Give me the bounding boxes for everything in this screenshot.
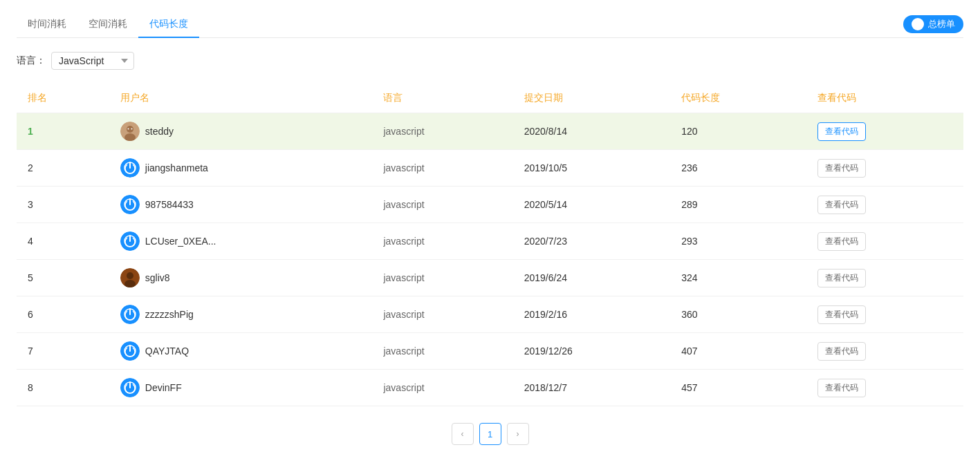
svg-point-1 xyxy=(127,126,133,133)
cell-view-code: 查看代码 xyxy=(806,370,964,406)
cell-language: javascript xyxy=(372,187,512,223)
cell-code-length: 120 xyxy=(670,113,806,150)
cell-language: javascript xyxy=(372,150,512,187)
table-row: 6 zzzzzshPigjavascript2019/2/16360查看代码 xyxy=(17,296,963,333)
col-language: 语言 xyxy=(372,84,512,113)
col-date: 提交日期 xyxy=(513,84,671,113)
language-select[interactable]: JavaScript Python Java C++ xyxy=(51,52,134,70)
cell-username: zzzzzshPig xyxy=(109,296,373,333)
pagination-next[interactable]: › xyxy=(507,423,529,445)
cell-code-length: 457 xyxy=(670,370,806,406)
tab-code[interactable]: 代码长度 xyxy=(138,11,199,37)
pagination-page-1[interactable]: 1 xyxy=(479,423,501,445)
cell-language: javascript xyxy=(372,260,512,296)
cell-rank: 7 xyxy=(17,333,109,370)
cell-code-length: 324 xyxy=(670,260,806,296)
username-cell: zzzzzshPig xyxy=(120,305,362,324)
avatar xyxy=(120,378,140,397)
username-cell: sgliv8 xyxy=(120,268,362,287)
username-text: sgliv8 xyxy=(145,272,170,283)
cell-date: 2020/7/23 xyxy=(513,223,671,260)
cell-language: javascript xyxy=(372,296,512,333)
view-code-button[interactable]: 查看代码 xyxy=(817,379,866,397)
view-code-button[interactable]: 查看代码 xyxy=(817,269,866,287)
col-viewcode: 查看代码 xyxy=(806,84,964,113)
table-row: 4 LCUser_0XEA...javascript2020/7/23293查看… xyxy=(17,223,963,260)
tab-time[interactable]: 时间消耗 xyxy=(17,11,77,37)
table-row: 7 QAYJTAQjavascript2019/12/26407查看代码 xyxy=(17,333,963,370)
cell-rank: 2 xyxy=(17,150,109,187)
rank-value: 2 xyxy=(28,162,33,173)
rank-value: 6 xyxy=(28,309,33,320)
total-ranking-toggle[interactable]: 总榜单 xyxy=(903,15,963,33)
table-row: 2 jiangshanmetajavascript2019/10/5236查看代… xyxy=(17,150,963,187)
view-code-button[interactable]: 查看代码 xyxy=(817,232,866,251)
rank-value: 3 xyxy=(28,199,33,210)
rank-value: 1 xyxy=(28,126,33,137)
toggle-label: 总榜单 xyxy=(928,18,955,30)
table-row: 3 987584433javascript2020/5/14289查看代码 xyxy=(17,187,963,223)
svg-point-15 xyxy=(127,272,133,279)
cell-language: javascript xyxy=(372,223,512,260)
cell-rank: 4 xyxy=(17,223,109,260)
username-cell: LCUser_0XEA... xyxy=(120,231,362,251)
cell-code-length: 236 xyxy=(670,150,806,187)
cell-date: 2018/12/7 xyxy=(513,370,671,406)
leaderboard-table-wrapper: 排名 用户名 语言 提交日期 代码长度 查看代码 1 steddyjavascr… xyxy=(17,84,963,406)
cell-username: 987584433 xyxy=(109,187,373,223)
cell-username: sgliv8 xyxy=(109,260,373,296)
page-wrapper: 时间消耗 空间消耗 代码长度 总榜单 语言： JavaScript Python… xyxy=(0,0,980,454)
cell-rank: 3 xyxy=(17,187,109,223)
view-code-button[interactable]: 查看代码 xyxy=(817,122,866,141)
tab-space[interactable]: 空间消耗 xyxy=(77,11,138,37)
prev-arrow-icon: ‹ xyxy=(461,429,464,439)
view-code-button[interactable]: 查看代码 xyxy=(817,305,866,324)
pagination: ‹ 1 › xyxy=(17,423,963,454)
rank-value: 4 xyxy=(28,236,33,247)
cell-view-code: 查看代码 xyxy=(806,333,964,370)
cell-language: javascript xyxy=(372,370,512,406)
tabs-bar: 时间消耗 空间消耗 代码长度 总榜单 xyxy=(17,11,963,38)
avatar xyxy=(120,305,140,324)
table-row: 8 DevinFFjavascript2018/12/7457查看代码 xyxy=(17,370,963,406)
rank-value: 8 xyxy=(28,382,33,393)
cell-rank: 1 xyxy=(17,113,109,150)
cell-username: jiangshanmeta xyxy=(109,150,373,187)
username-text: QAYJTAQ xyxy=(145,346,189,357)
language-label: 语言： xyxy=(17,55,46,67)
cell-view-code: 查看代码 xyxy=(806,113,964,150)
cell-rank: 6 xyxy=(17,296,109,333)
username-cell: DevinFF xyxy=(120,378,362,397)
username-text: steddy xyxy=(145,126,174,137)
cell-view-code: 查看代码 xyxy=(806,260,964,296)
avatar xyxy=(120,122,140,141)
leaderboard-table: 排名 用户名 语言 提交日期 代码长度 查看代码 1 steddyjavascr… xyxy=(17,84,963,406)
pagination-prev[interactable]: ‹ xyxy=(452,423,474,445)
cell-date: 2020/8/14 xyxy=(513,113,671,150)
username-text: jiangshanmeta xyxy=(145,162,208,173)
username-text: LCUser_0XEA... xyxy=(145,236,216,247)
cell-code-length: 407 xyxy=(670,333,806,370)
table-header-row: 排名 用户名 语言 提交日期 代码长度 查看代码 xyxy=(17,84,963,113)
toggle-circle-icon xyxy=(912,18,924,30)
username-text: 987584433 xyxy=(145,199,194,210)
avatar xyxy=(120,195,140,214)
cell-language: javascript xyxy=(372,113,512,150)
cell-date: 2019/2/16 xyxy=(513,296,671,333)
rank-value: 5 xyxy=(28,272,33,283)
view-code-button[interactable]: 查看代码 xyxy=(817,342,866,361)
cell-view-code: 查看代码 xyxy=(806,223,964,260)
next-arrow-icon: › xyxy=(517,429,519,439)
username-text: DevinFF xyxy=(145,382,182,393)
avatar xyxy=(120,158,140,178)
svg-point-4 xyxy=(131,129,132,130)
cell-view-code: 查看代码 xyxy=(806,296,964,333)
cell-username: LCUser_0XEA... xyxy=(109,223,373,260)
view-code-button[interactable]: 查看代码 xyxy=(817,159,866,178)
table-row: 5 sgliv8javascript2019/6/24324查看代码 xyxy=(17,260,963,296)
view-code-button[interactable]: 查看代码 xyxy=(817,196,866,214)
tab-right-area: 总榜单 xyxy=(903,15,963,33)
username-cell: 987584433 xyxy=(120,195,362,214)
cell-view-code: 查看代码 xyxy=(806,150,964,187)
username-cell: steddy xyxy=(120,122,362,141)
